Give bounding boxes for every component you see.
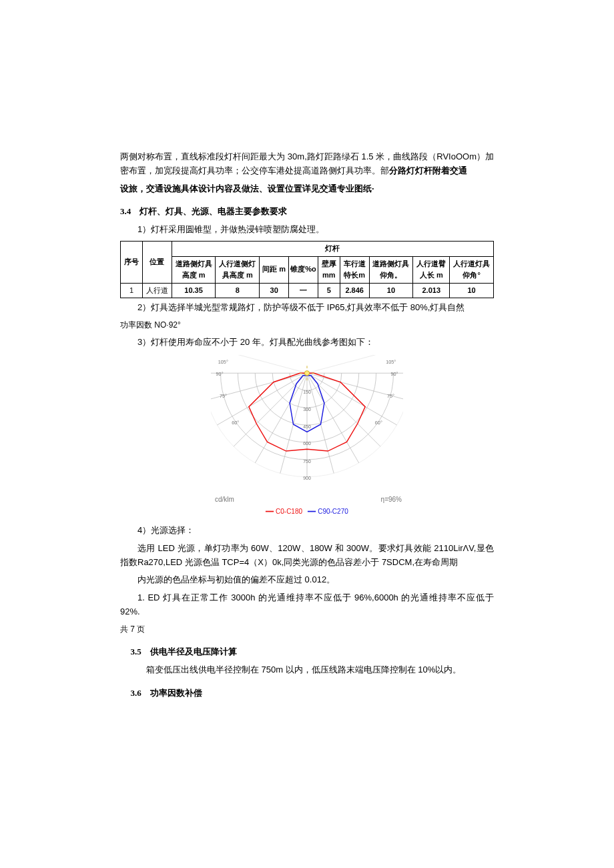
legend-label-blue: C90-C270 <box>318 508 348 515</box>
lamp-pole-table: 序号 位置 灯杆 道路侧灯具高度 m 人行道侧灯具高度 m 间距 m 锥度%o … <box>120 241 494 298</box>
svg-line-4 <box>217 373 307 425</box>
svg-text:90°: 90° <box>216 371 224 377</box>
svg-text:105°: 105° <box>218 359 228 365</box>
text-bold: 分路灯灯杆附着交通 <box>389 165 467 175</box>
bullet-4: 4）光源选择： <box>120 524 494 538</box>
svg-text:450: 450 <box>303 424 311 429</box>
td: 1 <box>121 283 143 298</box>
table-header-row: 序号 位置 灯杆 <box>121 241 494 256</box>
th: 位置 <box>142 241 172 283</box>
th: 序号 <box>121 241 143 283</box>
th: 锥度%o <box>289 256 318 283</box>
th: 车行道特长m <box>340 256 369 283</box>
led-paragraph-3: 1. ED 灯具在正常工作 3000h 的光通维持率不应低于 96%,6000h… <box>120 591 494 619</box>
section-3-6-title: 3.6 功率因数补偿 <box>120 687 494 701</box>
svg-text:600: 600 <box>303 442 311 446</box>
svg-text:105°: 105° <box>386 359 396 365</box>
svg-point-29 <box>304 371 309 376</box>
svg-text:150: 150 <box>303 390 311 394</box>
th: 壁厚mm <box>318 256 340 283</box>
td: 10.35 <box>172 283 216 298</box>
svg-line-10 <box>307 373 397 425</box>
th: 间距 m <box>260 256 289 283</box>
section-3-4-title: 3.4 灯杆、灯具、光源、电器主要参数要求 <box>120 205 494 219</box>
bullet-3: 3）灯杆使用寿命应不小于 20 年。灯具配光曲线参考图如下： <box>120 336 494 350</box>
td: 8 <box>216 283 260 298</box>
td: 人行道 <box>142 283 172 298</box>
polar-chart-svg: 105° 90° 75° 60° 105° 90° 75° 60° 150 30… <box>211 355 403 488</box>
svg-text:900: 900 <box>303 476 311 480</box>
svg-text:90°: 90° <box>390 371 398 377</box>
bullet-2: 2）灯具选择半城光型常规路灯，防护等级不低于 IP65,灯具效率不低于 80%,… <box>120 301 494 315</box>
legend-swatch-blue: ━━ <box>308 508 316 515</box>
svg-text:75°: 75° <box>387 393 394 399</box>
svg-text:300: 300 <box>303 407 311 412</box>
document-page: 两侧对称布置，直线标准段灯杆间距最大为 30m,路灯距路绿石 1.5 米，曲线路… <box>0 0 614 837</box>
svg-text:60°: 60° <box>232 420 239 426</box>
td: 2.846 <box>340 283 369 298</box>
th: 道路侧灯具仰角。 <box>369 256 413 283</box>
th-group: 灯杆 <box>172 241 493 256</box>
section-3-5-title: 3.5 供电半径及电压降计算 <box>120 645 494 659</box>
td: 5 <box>318 283 340 298</box>
page-count: 共 7 页 <box>120 623 494 636</box>
polar-chart: 105° 90° 75° 60° 105° 90° 75° 60° 150 30… <box>211 355 403 517</box>
td: 2.013 <box>413 283 450 298</box>
td: 30 <box>260 283 289 298</box>
paragraph-bold: 设旅，交通设施具体设计内容及做法、设置位置详见交通专业图纸· <box>120 182 494 196</box>
td: 一 <box>289 283 318 298</box>
th: 人行道臂人长 m <box>413 256 450 283</box>
svg-text:75°: 75° <box>220 393 227 399</box>
paragraph: 两侧对称布置，直线标准段灯杆间距最大为 30m,路灯距路绿石 1.5 米，曲线路… <box>120 150 494 178</box>
led-paragraph-1: 选用 LED 光源，单灯功率为 60W、120W、180W 和 300W。要求灯… <box>120 542 494 570</box>
th: 道路侧灯具高度 m <box>172 256 216 283</box>
legend-label-red: C0-C180 <box>276 508 302 515</box>
svg-line-7 <box>307 373 334 473</box>
th: 人行道侧灯具高度 m <box>216 256 260 283</box>
chart-unit-left: cd/klm <box>215 494 234 505</box>
power-factor-line: 功率因数 NO∙92° <box>120 319 494 332</box>
th: 人行道灯具仰角° <box>450 256 494 283</box>
led-paragraph-2: 内光源的色品坐标与初始值的偏差不应超过 0.012。 <box>120 573 494 587</box>
legend-swatch-red: ━━ <box>266 508 274 515</box>
table-header-row: 道路侧灯具高度 m 人行道侧灯具高度 m 间距 m 锥度%o 壁厚mm 车行道特… <box>121 256 494 283</box>
svg-line-1 <box>280 373 307 473</box>
table-row: 1 人行道 10.35 8 30 一 5 2.846 10 2.013 10 <box>121 283 494 298</box>
bullet-1: 1）灯杆采用圆锥型，并做热浸锌喷塑防腐处理。 <box>120 223 494 237</box>
svg-text:60°: 60° <box>375 420 382 426</box>
chart-legend: ━━ C0-C180 ━━ C90-C270 <box>211 506 403 517</box>
chart-axis-labels: cd/klm η=96% <box>211 493 403 505</box>
paragraph-3-5: 箱变低压出线供电半径控制在 750m 以内，低压线路末端电压降控制在 10%以内… <box>120 663 494 677</box>
svg-text:750: 750 <box>303 459 311 464</box>
td: 10 <box>450 283 494 298</box>
chart-unit-right: η=96% <box>381 494 402 505</box>
td: 10 <box>369 283 413 298</box>
